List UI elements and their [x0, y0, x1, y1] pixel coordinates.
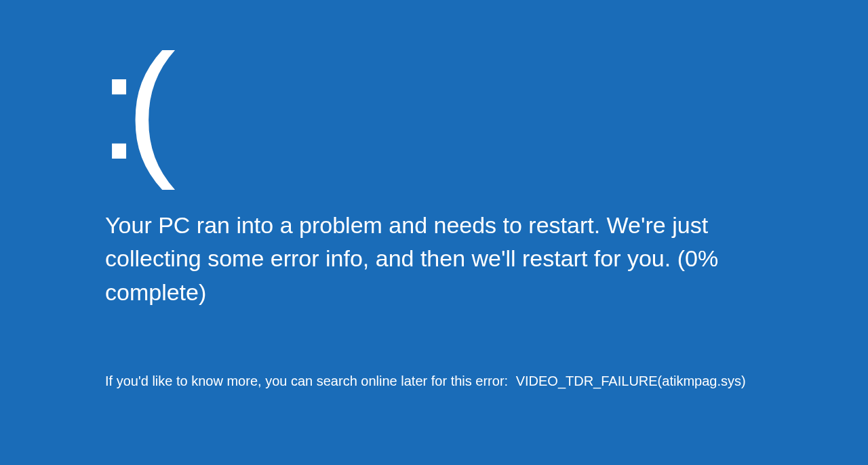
error-footer: If you'd like to know more, you can sear…	[105, 373, 827, 389]
footer-prefix-text: If you'd like to know more, you can sear…	[105, 373, 508, 388]
error-code: VIDEO_TDR_FAILURE(atikmpag.sys)	[516, 373, 746, 388]
error-message: Your PC ran into a problem and needs to …	[105, 209, 797, 309]
bsod-screen: :( Your PC ran into a problem and needs …	[0, 0, 868, 389]
sad-face-emoticon: :(	[98, 33, 827, 182]
